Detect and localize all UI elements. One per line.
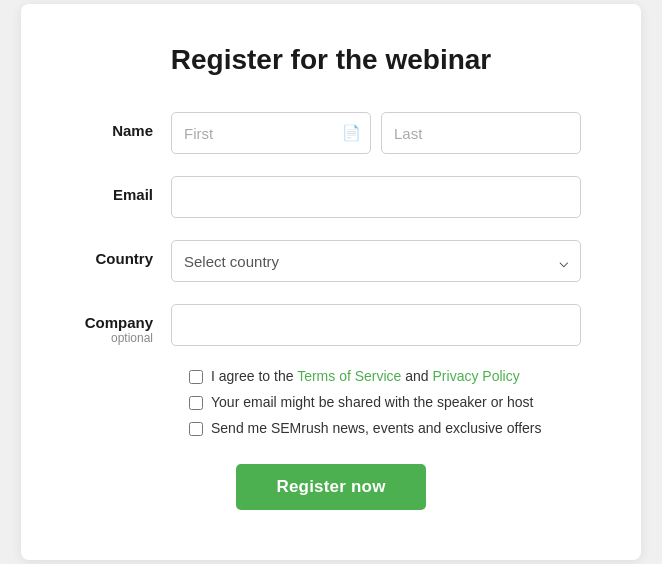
tos-checkbox-row: I agree to the Terms of Service and Priv…	[189, 368, 581, 384]
company-label: Company optional	[81, 304, 171, 345]
company-row: Company optional	[81, 304, 581, 346]
semrush-checkbox-row: Send me SEMrush news, events and exclusi…	[189, 420, 581, 436]
country-select[interactable]: Select country United States United King…	[171, 240, 581, 282]
name-controls: 📄	[171, 112, 581, 154]
name-label: Name	[81, 112, 171, 139]
company-optional-label: optional	[81, 331, 153, 345]
company-input[interactable]	[171, 304, 581, 346]
speaker-checkbox[interactable]	[189, 396, 203, 410]
country-row: Country Select country United States Uni…	[81, 240, 581, 282]
email-controls	[171, 176, 581, 218]
privacy-policy-link[interactable]: Privacy Policy	[433, 368, 520, 384]
country-select-wrapper: Select country United States United King…	[171, 240, 581, 282]
tos-checkbox[interactable]	[189, 370, 203, 384]
email-input[interactable]	[171, 176, 581, 218]
checkboxes-area: I agree to the Terms of Service and Priv…	[189, 368, 581, 436]
page-title: Register for the webinar	[81, 44, 581, 76]
name-row: Name 📄	[81, 112, 581, 154]
semrush-checkbox[interactable]	[189, 422, 203, 436]
first-name-wrap: 📄	[171, 112, 371, 154]
country-controls: Select country United States United King…	[171, 240, 581, 282]
company-controls	[171, 304, 581, 346]
last-name-wrap	[381, 112, 581, 154]
last-name-input[interactable]	[381, 112, 581, 154]
tos-label: I agree to the Terms of Service and Priv…	[211, 368, 520, 384]
speaker-checkbox-row: Your email might be shared with the spea…	[189, 394, 581, 410]
registration-card: Register for the webinar Name 📄 Email Co…	[21, 4, 641, 560]
country-label: Country	[81, 240, 171, 267]
terms-of-service-link[interactable]: Terms of Service	[297, 368, 401, 384]
first-name-input[interactable]	[171, 112, 371, 154]
speaker-label: Your email might be shared with the spea…	[211, 394, 533, 410]
email-label: Email	[81, 176, 171, 203]
semrush-label: Send me SEMrush news, events and exclusi…	[211, 420, 541, 436]
register-button[interactable]: Register now	[236, 464, 425, 510]
email-row: Email	[81, 176, 581, 218]
